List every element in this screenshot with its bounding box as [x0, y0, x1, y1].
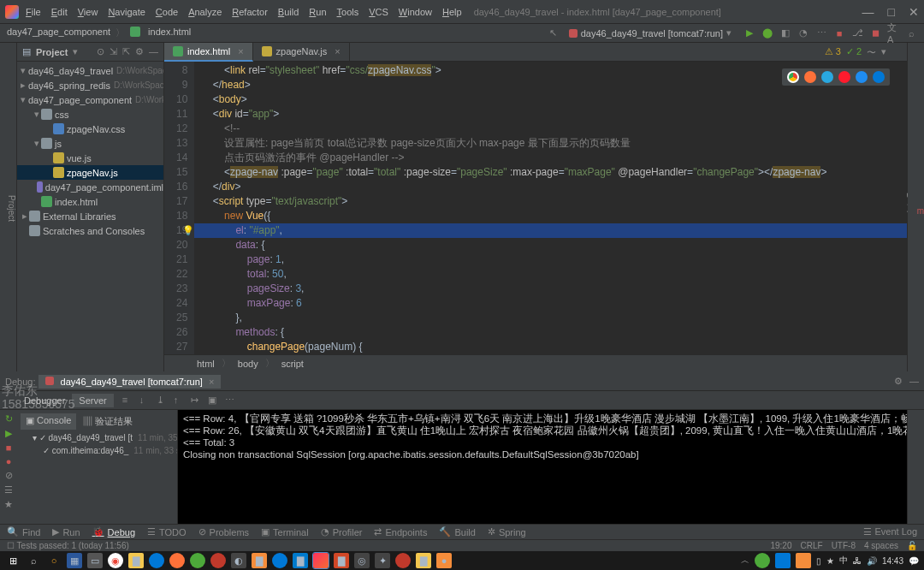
stop-icon[interactable]: ■	[833, 27, 845, 39]
debug-icon[interactable]: ⬤	[761, 27, 773, 39]
menu-file[interactable]: File	[26, 7, 41, 17]
tree-node[interactable]: ▾day46_day49_travelD:\WorkSpace\ide	[17, 63, 163, 78]
line-sep[interactable]: CRLF	[801, 541, 823, 550]
firefox-taskbar-icon[interactable]	[169, 553, 185, 568]
tree-node[interactable]: ▾day47_page_componentD:\WorkSpace\i	[17, 92, 163, 107]
event-log[interactable]: ☰ Event Log	[863, 526, 917, 537]
more-run-icon[interactable]: ⋯	[815, 27, 827, 39]
tray-icon-5[interactable]: ★	[826, 556, 834, 566]
code-crumb[interactable]: body	[238, 359, 258, 369]
app9-icon[interactable]: ●	[436, 553, 452, 568]
settings-icon[interactable]: ⚙	[135, 46, 144, 57]
wechat-icon[interactable]	[190, 553, 205, 568]
bottom-profiler[interactable]: ◔Profiler	[321, 526, 363, 537]
bottom-spring[interactable]: ✲Spring	[488, 526, 526, 537]
maven-tool-icon[interactable]: m	[917, 206, 924, 216]
more-debug-icon[interactable]: ⋯	[225, 395, 237, 406]
app1-icon[interactable]: ▦	[67, 553, 82, 568]
menu-view[interactable]: View	[78, 7, 98, 17]
tree-node[interactable]: index.html	[17, 194, 163, 209]
ppt-icon[interactable]: ▇	[334, 553, 349, 568]
tray-icon-1[interactable]	[755, 553, 770, 568]
menu-analyze[interactable]: Analyze	[188, 7, 222, 17]
console-subtab[interactable]: ▣ Console	[21, 413, 76, 430]
bottom-terminal[interactable]: ▣Terminal	[261, 526, 309, 537]
menu-tools[interactable]: Tools	[337, 7, 359, 17]
profile-icon[interactable]: ◔	[797, 27, 809, 39]
coverage-icon[interactable]: ◧	[779, 27, 791, 39]
eval-icon[interactable]: ▣	[208, 395, 220, 406]
run-cursor-icon[interactable]: ↦	[191, 395, 203, 406]
bottom-todo[interactable]: ☰TODO	[147, 526, 187, 537]
clock[interactable]: 14:43	[882, 556, 903, 566]
chrome-taskbar-icon[interactable]: ◉	[108, 553, 123, 568]
breakpoints-icon[interactable]: ●	[6, 456, 12, 466]
menu-edit[interactable]: Edit	[51, 7, 68, 17]
start-icon[interactable]: ⊞	[5, 553, 21, 568]
app3-icon[interactable]: ▇	[252, 553, 267, 568]
tree-node[interactable]: ▾js	[17, 136, 163, 151]
menu-refactor[interactable]: Refactor	[232, 7, 268, 17]
bottom-problems[interactable]: ⊘Problems	[198, 526, 249, 537]
step-out-icon[interactable]: ↑	[174, 395, 186, 406]
minimize-icon[interactable]: —	[862, 5, 874, 19]
translate-icon[interactable]: 文A	[887, 27, 899, 39]
cortana-icon[interactable]: ○	[46, 553, 62, 568]
maximize-icon[interactable]: □	[888, 5, 895, 19]
menu-code[interactable]: Code	[156, 7, 178, 17]
app2-icon[interactable]: ◐	[231, 553, 246, 568]
indent[interactable]: 4 spaces	[864, 541, 898, 550]
app4-icon[interactable]	[272, 553, 287, 568]
search-icon[interactable]: ⌕	[26, 553, 41, 568]
bottom-endpoints[interactable]: ⇄Endpoints	[374, 526, 427, 537]
network-icon[interactable]: 🖧	[853, 556, 862, 566]
code-crumb[interactable]: html	[197, 359, 215, 369]
code-content[interactable]: <link rel="stylesheet" href="css/zpageNa…	[194, 62, 907, 354]
tray-expand-icon[interactable]: ︿	[741, 555, 749, 567]
idea-taskbar-icon[interactable]	[313, 553, 329, 568]
editor-tab[interactable]: zpageNav.js×	[253, 42, 350, 61]
tree-node[interactable]: ▸External Libraries	[17, 209, 163, 223]
thread-row-2[interactable]: ✓ com.itheima:day46_11 min, 33 sec	[17, 444, 177, 457]
close-icon[interactable]: ✕	[909, 5, 919, 19]
menu-run[interactable]: Run	[309, 7, 326, 17]
menu-help[interactable]: Help	[442, 7, 462, 17]
breadcrumb-item[interactable]: day47_page_component	[7, 27, 110, 39]
force-step-icon[interactable]: ⤓	[157, 395, 169, 406]
mail-icon[interactable]	[210, 553, 226, 568]
tree-node[interactable]: ▾css	[17, 107, 163, 122]
tree-node[interactable]: zpageNav.js	[17, 165, 163, 180]
check-subtab[interactable]: ▥ 验证结果	[78, 413, 138, 430]
menu-vcs[interactable]: VCS	[369, 7, 388, 17]
rerun-icon[interactable]: ↻	[5, 413, 13, 425]
editor-tab[interactable]: index.html×	[164, 43, 253, 62]
encoding[interactable]: UTF-8	[832, 541, 856, 550]
caret-pos[interactable]: 19:20	[770, 541, 791, 550]
editor-inspection-badges[interactable]: ⚠ 3 ✓ 2 〜 ▾	[825, 46, 886, 59]
project-scope-icon[interactable]: ▤	[22, 46, 31, 57]
debug-session-tab[interactable]: day46_day49_travel [tomcat7:run] ×	[38, 375, 221, 389]
menu-navigate[interactable]: Navigate	[108, 7, 145, 17]
vscode-icon[interactable]: ▇	[293, 553, 308, 568]
tree-node[interactable]: vue.js	[17, 151, 163, 165]
run-config-selector[interactable]: day46_day49_travel [tomcat7:run] ▾	[564, 26, 737, 40]
collapse-all-icon[interactable]: ⇱	[122, 46, 130, 57]
bottom-run[interactable]: ▶Run	[52, 526, 80, 537]
code-breadcrumbs[interactable]: html〉body〉script	[164, 354, 907, 371]
back-nav-icon[interactable]: ↖	[549, 27, 557, 39]
tree-node[interactable]: ▸day46_spring_redisD:\WorkSpace\ide	[17, 78, 163, 92]
menu-window[interactable]: Window	[399, 7, 432, 17]
app7-icon[interactable]	[395, 553, 411, 568]
edge-taskbar-icon[interactable]	[149, 553, 164, 568]
app6-icon[interactable]: ✦	[375, 553, 390, 568]
mute-bp-icon[interactable]: ⊘	[5, 470, 13, 481]
tray-icon-3[interactable]	[796, 553, 811, 568]
volume-icon[interactable]: 🔊	[867, 556, 877, 566]
tray-icon-2[interactable]	[775, 553, 791, 568]
debug-hide-icon[interactable]: —	[909, 376, 919, 387]
tree-node[interactable]: day47_page_component.iml	[17, 180, 163, 194]
breadcrumb-item[interactable]: index.html	[148, 27, 191, 39]
bottom-build[interactable]: 🔨Build	[439, 526, 475, 537]
debugger-tab[interactable]: Debugger	[17, 394, 72, 407]
notif-icon[interactable]: ◼	[869, 27, 881, 39]
